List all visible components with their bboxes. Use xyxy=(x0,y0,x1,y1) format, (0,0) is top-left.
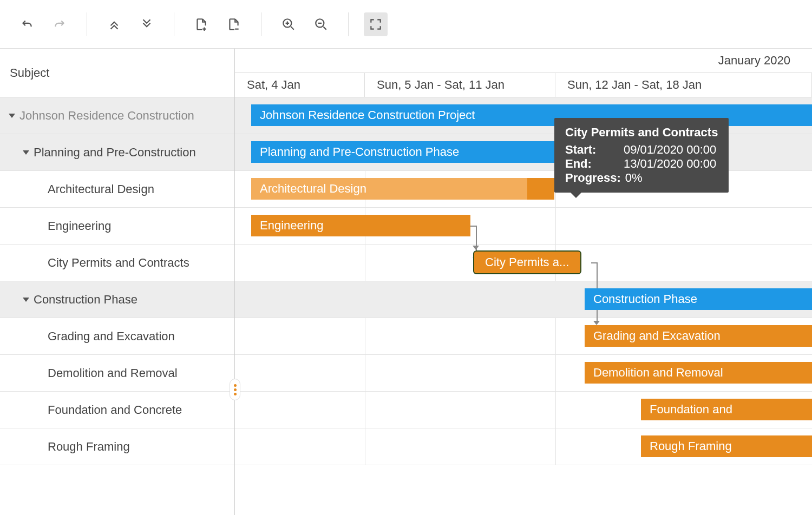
week-cell-1: Sun, 5 Jan - Sat, 11 Jan xyxy=(365,73,555,97)
tree-row-permits[interactable]: City Permits and Contracts xyxy=(0,245,234,281)
tree-label: Grading and Excavation xyxy=(48,329,175,344)
bar-foundation[interactable]: Foundation and xyxy=(641,399,812,420)
timeline-header: January 2020 Sat, 4 Jan Sun, 5 Jan - Sat… xyxy=(235,49,812,97)
caret-down-icon[interactable] xyxy=(23,298,29,302)
task-tree-panel: Subject Johnson Residence Construction P… xyxy=(0,49,235,515)
tooltip-title: City Permits and Contracts xyxy=(565,126,718,140)
tree-row-planning[interactable]: Planning and Pre-Construction xyxy=(0,134,234,171)
expand-all-button[interactable] xyxy=(135,12,159,36)
bar-label: Engineering xyxy=(260,219,323,233)
tree-label: Johnson Residence Construction xyxy=(19,109,194,123)
fullscreen-button[interactable] xyxy=(364,12,388,36)
bar-label: Grading and Excavation xyxy=(593,329,721,343)
tree-row-project[interactable]: Johnson Residence Construction xyxy=(0,97,234,134)
tooltip-end-value: 13/01/2020 00:00 xyxy=(624,157,716,171)
bar-arch[interactable]: Architectural Design xyxy=(251,178,554,200)
chart-row: Engineering xyxy=(235,208,812,245)
tree-label: Construction Phase xyxy=(34,293,137,307)
separator xyxy=(87,12,87,36)
zoom-in-button[interactable] xyxy=(277,12,300,36)
tree-label: Demolition and Removal xyxy=(48,366,178,380)
week-cell-2: Sun, 12 Jan - Sat, 18 Jan xyxy=(555,73,812,97)
toolbar xyxy=(0,0,812,49)
bar-label: Demolition and Removal xyxy=(593,366,723,380)
tooltip-start-value: 09/01/2020 00:00 xyxy=(624,143,716,157)
dependency-arrow-icon xyxy=(473,246,479,250)
tooltip-progress-label: Progress: xyxy=(565,171,621,185)
chart-row: Demolition and Removal xyxy=(235,355,812,392)
splitter-handle[interactable] xyxy=(230,379,240,400)
bar-label: Construction Phase xyxy=(593,292,697,306)
tree-row-grading[interactable]: Grading and Excavation xyxy=(0,318,234,355)
tree-label: Engineering xyxy=(48,219,111,233)
bar-label: Architectural Design xyxy=(260,182,366,196)
bar-construction[interactable]: Construction Phase xyxy=(585,288,812,310)
separator xyxy=(261,12,261,36)
timeline-panel: January 2020 Sat, 4 Jan Sun, 5 Jan - Sat… xyxy=(235,49,812,515)
caret-down-icon[interactable] xyxy=(23,150,29,155)
dependency-line xyxy=(476,226,477,245)
tooltip-progress-value: 0% xyxy=(625,171,643,185)
chart-row: Rough Framing xyxy=(235,428,812,465)
tree-row-construction[interactable]: Construction Phase xyxy=(0,281,234,318)
bar-label: Rough Framing xyxy=(650,439,732,453)
dot-icon xyxy=(234,393,237,395)
bar-demo[interactable]: Demolition and Removal xyxy=(585,362,812,384)
tree-row-arch[interactable]: Architectural Design xyxy=(0,171,234,208)
bar-label: Foundation and xyxy=(650,402,732,417)
bar-grading[interactable]: Grading and Excavation xyxy=(585,325,812,347)
remove-task-button[interactable] xyxy=(222,12,246,36)
bar-label: Planning and Pre-Construction Phase xyxy=(260,145,459,159)
tree-label: City Permits and Contracts xyxy=(48,256,189,270)
caret-down-icon[interactable] xyxy=(9,114,15,118)
separator xyxy=(174,12,174,36)
dot-icon xyxy=(234,388,237,391)
week-header: Sat, 4 Jan Sun, 5 Jan - Sat, 11 Jan Sun,… xyxy=(235,73,812,97)
bar-label: City Permits a... xyxy=(485,255,569,269)
dot-icon xyxy=(234,384,237,387)
dependency-line xyxy=(597,262,598,281)
separator xyxy=(348,12,349,36)
tooltip-start-label: Start: xyxy=(565,143,619,157)
tree-row-eng[interactable]: Engineering xyxy=(0,208,234,245)
tree-label: Planning and Pre-Construction xyxy=(34,146,196,160)
bar-permits-selected[interactable]: City Permits a... xyxy=(473,250,581,274)
add-task-button[interactable] xyxy=(189,12,213,36)
tree-row-foundation[interactable]: Foundation and Concrete xyxy=(0,392,234,428)
tree-row-demo[interactable]: Demolition and Removal xyxy=(0,355,234,392)
tree-label: Foundation and Concrete xyxy=(48,403,182,417)
dependency-line xyxy=(470,226,477,227)
tree-label: Architectural Design xyxy=(48,182,154,196)
task-tooltip: City Permits and Contracts Start: 09/01/… xyxy=(554,118,729,193)
progress-handle-icon[interactable] xyxy=(473,271,476,274)
dependency-arrow-icon xyxy=(593,321,600,325)
zoom-out-button[interactable] xyxy=(309,12,333,36)
bar-eng[interactable]: Engineering xyxy=(251,215,470,236)
tooltip-end-label: End: xyxy=(565,157,619,171)
undo-button[interactable] xyxy=(15,12,39,36)
bar-framing[interactable]: Rough Framing xyxy=(641,435,812,457)
chart-row: Construction Phase xyxy=(235,281,812,318)
tree-label: Rough Framing xyxy=(48,440,130,454)
chart-row: City Permits a... xyxy=(235,245,812,281)
week-cell-0: Sat, 4 Jan xyxy=(235,73,365,97)
chart-row: Grading and Excavation xyxy=(235,318,812,355)
redo-button[interactable] xyxy=(48,12,71,36)
bar-label: Johnson Residence Construction Project xyxy=(260,108,475,122)
gantt-main: Subject Johnson Residence Construction P… xyxy=(0,49,812,515)
chart-row: Foundation and xyxy=(235,392,812,428)
collapse-all-button[interactable] xyxy=(102,12,126,36)
subject-column-header: Subject xyxy=(0,49,234,97)
tree-row-framing[interactable]: Rough Framing xyxy=(0,428,234,465)
month-header: January 2020 xyxy=(235,49,812,73)
